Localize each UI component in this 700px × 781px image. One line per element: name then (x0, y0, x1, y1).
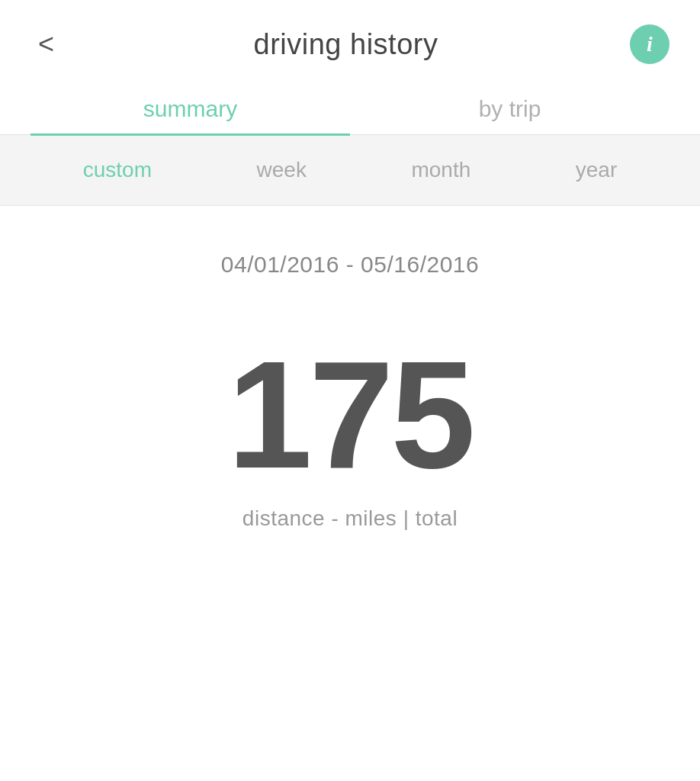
stat-label: distance - miles | total (242, 506, 458, 531)
date-range: 04/01/2016 - 05/16/2016 (221, 252, 479, 278)
header: < driving history i (0, 0, 700, 79)
filter-week[interactable]: week (246, 155, 317, 185)
filter-custom[interactable]: custom (72, 155, 162, 185)
stat-value: 175 (227, 339, 473, 491)
tab-by-trip[interactable]: by trip (350, 79, 669, 134)
stats-container: 175 distance - miles | total (0, 308, 700, 577)
info-icon: i (647, 34, 653, 55)
back-button[interactable]: < (31, 27, 62, 61)
info-button[interactable]: i (630, 24, 669, 64)
page-title: driving history (254, 28, 438, 61)
main-tabs: summary by trip (0, 79, 700, 135)
filter-year[interactable]: year (565, 155, 628, 185)
filter-bar: custom week month year (0, 135, 700, 206)
date-range-container: 04/01/2016 - 05/16/2016 (0, 206, 700, 308)
filter-month[interactable]: month (400, 155, 481, 185)
tab-summary[interactable]: summary (31, 79, 350, 134)
